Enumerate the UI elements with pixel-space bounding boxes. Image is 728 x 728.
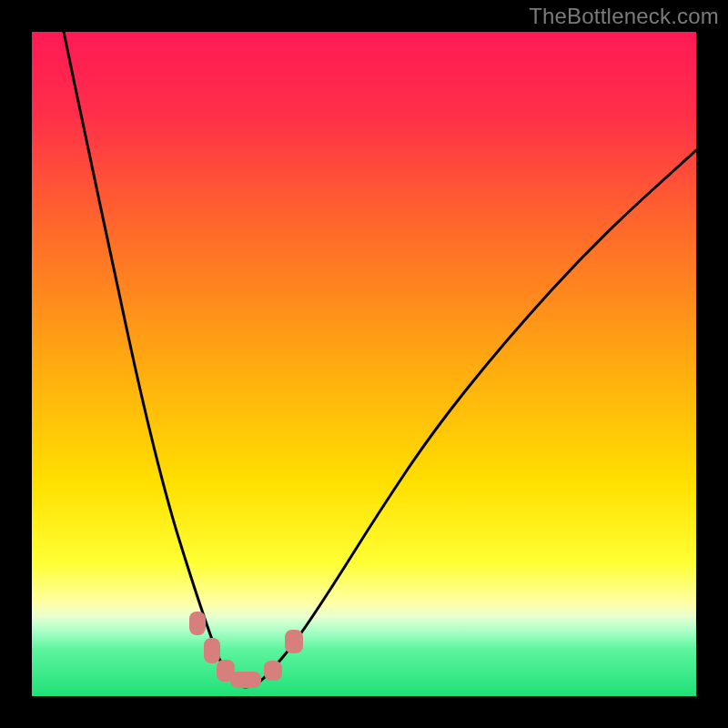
watermark-text: TheBottleneck.com <box>529 4 719 29</box>
data-marker <box>264 661 282 681</box>
data-marker <box>189 612 206 635</box>
data-marker <box>285 630 303 653</box>
chart-frame: TheBottleneck.com <box>0 0 728 728</box>
bottleneck-curve <box>32 32 696 696</box>
data-marker <box>230 672 261 688</box>
plot-area <box>32 32 696 696</box>
data-marker <box>204 638 220 663</box>
